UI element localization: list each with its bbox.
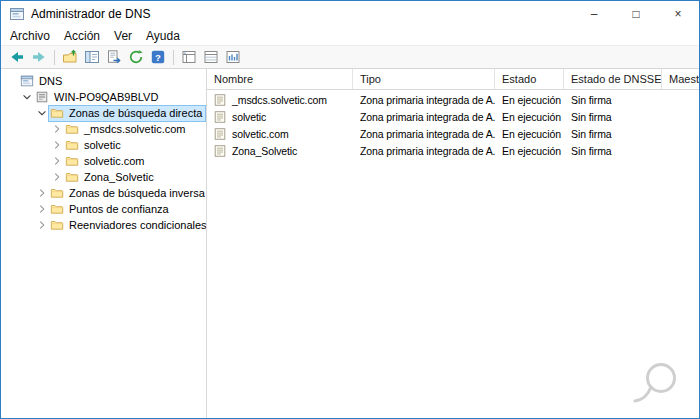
column-header-estado-de-dnssec[interactable]: Estado de DNSSEC [564, 69, 662, 89]
chevron-collapsed-icon[interactable] [35, 202, 49, 216]
back-icon [9, 49, 25, 65]
cell-estado-de-dnssec: Sin firma [564, 94, 662, 106]
table-row-zona-solvetic[interactable]: Zona_SolveticZona primaria integrada de … [207, 142, 699, 159]
column-header-maestr[interactable]: Maestr [662, 69, 699, 89]
menu-ayuda[interactable]: Ayuda [139, 29, 187, 43]
folder-icon [65, 154, 81, 169]
column-header-nombre[interactable]: Nombre [207, 69, 353, 89]
folder-icon [65, 138, 81, 153]
refresh-button[interactable] [125, 47, 147, 67]
tree-panel: DNSWIN-PO9QAB9BLVDZonas de búsqueda dire… [1, 69, 207, 418]
back-button[interactable] [6, 47, 28, 67]
tree-item-puntos-de-confianza[interactable]: Puntos de confianza [1, 201, 206, 217]
tree-item-msdcs-solvetic-com[interactable]: _msdcs.solvetic.com [1, 121, 206, 137]
column-header-estado[interactable]: Estado [495, 69, 564, 89]
tree-item-label: WIN-PO9QAB9BLVD [54, 91, 158, 103]
chevron-collapsed-icon[interactable] [50, 138, 64, 152]
column-header-tipo[interactable]: Tipo [353, 69, 495, 89]
chevron-expanded-icon[interactable] [35, 106, 49, 120]
show-hide-console-tree-button[interactable] [81, 47, 103, 67]
forward-button[interactable] [28, 47, 50, 67]
cell-nombre: solvetic.com [207, 126, 353, 141]
chevron-collapsed-icon[interactable] [50, 154, 64, 168]
server-icon [35, 90, 51, 105]
tree-item-win-po9qab9blvd[interactable]: WIN-PO9QAB9BLVD [1, 89, 206, 105]
table-row-solvetic-com[interactable]: solvetic.comZona primaria integrada de A… [207, 125, 699, 142]
menu-ver[interactable]: Ver [107, 29, 139, 43]
menu-accion[interactable]: Acción [57, 29, 107, 43]
cell-tipo: Zona primaria integrada de A... [353, 145, 495, 157]
tree-item-zonas-de-busqueda-directa[interactable]: Zonas de búsqueda directa [1, 105, 206, 121]
list-header: NombreTipoEstadoEstado de DNSSECMaestr [207, 69, 699, 90]
folder-icon [50, 218, 66, 233]
dns-root-icon [20, 74, 36, 89]
help-icon: ? [150, 49, 166, 65]
show-hide-console-tree-icon [84, 49, 100, 65]
toolbar: ? [1, 45, 699, 69]
tree-item-label: DNS [39, 75, 62, 87]
details-view-button[interactable] [200, 47, 222, 67]
chevron-collapsed-icon[interactable] [50, 170, 64, 184]
list-view-button[interactable] [178, 47, 200, 67]
up-level-button[interactable] [59, 47, 81, 67]
help-button[interactable]: ? [147, 47, 169, 67]
cell-estado: En ejecución [495, 145, 564, 157]
solvetic-logo-icon [631, 360, 683, 410]
cell-estado-de-dnssec: Sin firma [564, 145, 662, 157]
toolbar-separator [173, 50, 174, 65]
table-row-solvetic[interactable]: solveticZona primaria integrada de A...E… [207, 108, 699, 125]
export-list-button[interactable] [103, 47, 125, 67]
folder-icon [65, 170, 81, 185]
dns-app-icon [9, 6, 25, 22]
folder-icon [65, 122, 81, 137]
zone-name: Zona_Solvetic [232, 145, 297, 157]
list-body: _msdcs.solvetic.comZona primaria integra… [207, 90, 699, 418]
maximize-button[interactable]: □ [615, 1, 657, 27]
folder-icon [50, 186, 66, 201]
zone-name: solvetic.com [232, 128, 289, 140]
toolbar-separator [54, 50, 55, 65]
zone-name: _msdcs.solvetic.com [232, 94, 327, 106]
chevron-collapsed-icon[interactable] [50, 122, 64, 136]
table-row-msdcs-solvetic-com[interactable]: _msdcs.solvetic.comZona primaria integra… [207, 91, 699, 108]
svg-text:?: ? [155, 52, 161, 63]
tree-item-dns[interactable]: DNS [1, 73, 206, 89]
tree-item-label: Zonas de búsqueda directa [69, 107, 202, 119]
title-bar[interactable]: Administrador de DNS – □ × [1, 1, 699, 27]
details-view-icon [203, 49, 219, 65]
folder-icon [50, 202, 66, 217]
tree-item-zona-solvetic[interactable]: Zona_Solvetic [1, 169, 206, 185]
menu-archivo[interactable]: Archivo [3, 29, 57, 43]
cell-estado: En ejecución [495, 94, 564, 106]
zone-icon [213, 92, 229, 107]
chevron-expanded-icon[interactable] [20, 90, 34, 104]
chevron-collapsed-icon[interactable] [35, 186, 49, 200]
refresh-icon [128, 49, 144, 65]
tree-item-solvetic[interactable]: solvetic [1, 137, 206, 153]
tree-item-reenviadores-condicionales[interactable]: Reenviadores condicionales [1, 217, 206, 233]
zone-name: solvetic [232, 111, 266, 123]
tree-item-solvetic-com[interactable]: solvetic.com [1, 153, 206, 169]
close-button[interactable]: × [657, 1, 699, 27]
list-panel: NombreTipoEstadoEstado de DNSSECMaestr _… [207, 69, 699, 418]
report-view-icon [225, 49, 241, 65]
window-title: Administrador de DNS [31, 7, 573, 21]
chevron-collapsed-icon[interactable] [35, 218, 49, 232]
cell-nombre: solvetic [207, 109, 353, 124]
chevron-spacer [5, 74, 19, 88]
minimize-button[interactable]: – [573, 1, 615, 27]
tree-item-label: Zonas de búsqueda inversa [69, 187, 205, 199]
cell-estado-de-dnssec: Sin firma [564, 111, 662, 123]
up-level-icon [62, 49, 78, 65]
folder-icon [50, 106, 66, 121]
zone-icon [213, 143, 229, 158]
export-list-icon [106, 49, 122, 65]
menu-bar: ArchivoAcciónVerAyuda [1, 27, 699, 45]
tree-item-zonas-de-busqueda-inversa[interactable]: Zonas de búsqueda inversa [1, 185, 206, 201]
report-view-button[interactable] [222, 47, 244, 67]
forward-icon [31, 49, 47, 65]
tree-item-label: Reenviadores condicionales [69, 219, 207, 231]
content-area: DNSWIN-PO9QAB9BLVDZonas de búsqueda dire… [1, 69, 699, 418]
zone-icon [213, 126, 229, 141]
cell-nombre: _msdcs.solvetic.com [207, 92, 353, 107]
